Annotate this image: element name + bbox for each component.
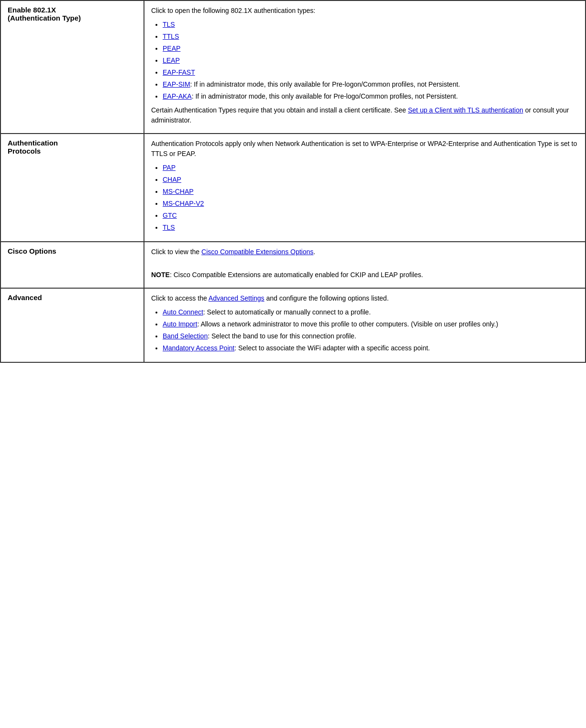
list-item: PEAP (163, 44, 578, 54)
link-ms-chap-v2[interactable]: MS-CHAP-V2 (163, 200, 204, 207)
link-eap-aka[interactable]: EAP-AKA (163, 92, 192, 100)
row-enable-8021x: Enable 802.1X(Authentication Type) Click… (0, 0, 586, 134)
list-item: EAP-FAST (163, 67, 578, 78)
list-item: TLS (163, 223, 578, 233)
left-cell-advanced: Advanced (0, 288, 144, 362)
right-cell-enable-8021x: Click to open the following 802.1X authe… (144, 0, 586, 134)
link-leap[interactable]: LEAP (163, 56, 180, 64)
left-cell-auth-protocols: AuthenticationProtocols (0, 134, 144, 242)
left-cell-enable-8021x: Enable 802.1X(Authentication Type) (0, 0, 144, 134)
link-tls-setup[interactable]: Set up a Client with TLS authentication (408, 106, 523, 114)
list-item: Auto Import: Allows a network administra… (163, 319, 578, 329)
list-item: Auto Connect: Select to automatically or… (163, 307, 578, 317)
link-tls-proto[interactable]: TLS (163, 224, 175, 231)
list-item: EAP-AKA: If in administrator mode, this … (163, 91, 578, 101)
link-cisco-compatible[interactable]: Cisco Compatible Extensions Options (201, 248, 313, 256)
right-cell-auth-protocols: Authentication Protocols apply only when… (144, 134, 586, 242)
link-tls[interactable]: TLS (163, 21, 175, 28)
link-pap[interactable]: PAP (163, 164, 176, 171)
advanced-list: Auto Connect: Select to automatically or… (163, 307, 578, 353)
list-item: MS-CHAP (163, 187, 578, 197)
list-item: MS-CHAP-V2 (163, 199, 578, 209)
enable-8021x-footer: Certain Authentication Types require tha… (151, 105, 578, 125)
link-gtc[interactable]: GTC (163, 212, 177, 219)
list-item: EAP-SIM: If in administrator mode, this … (163, 79, 578, 90)
link-ttls[interactable]: TTLS (163, 33, 179, 40)
list-item: LEAP (163, 56, 578, 66)
row-title-auth-protocols: AuthenticationProtocols (8, 139, 58, 155)
link-auto-import[interactable]: Auto Import (163, 320, 197, 328)
row-cisco-options: Cisco Options Click to view the Cisco Co… (0, 242, 586, 288)
row-title-advanced: Advanced (8, 293, 42, 302)
right-cell-cisco-options: Click to view the Cisco Compatible Exten… (144, 242, 586, 288)
row-title-cisco-options: Cisco Options (8, 247, 56, 255)
link-band-selection[interactable]: Band Selection (163, 332, 208, 340)
link-ms-chap[interactable]: MS-CHAP (163, 188, 194, 195)
link-chap[interactable]: CHAP (163, 176, 181, 183)
list-item: TLS (163, 20, 578, 30)
link-advanced-settings[interactable]: Advanced Settings (209, 294, 265, 302)
list-item: GTC (163, 211, 578, 221)
cisco-options-main: Click to view the Cisco Compatible Exten… (151, 247, 578, 257)
link-auto-connect[interactable]: Auto Connect (163, 308, 203, 316)
enable-8021x-list: TLS TTLS PEAP LEAP EAP-FAST EAP-SIM: If … (163, 20, 578, 101)
advanced-intro: Click to access the Advanced Settings an… (151, 293, 578, 303)
link-eap-fast[interactable]: EAP-FAST (163, 68, 195, 76)
link-mandatory-access-point[interactable]: Mandatory Access Point (163, 344, 234, 352)
main-table: Enable 802.1X(Authentication Type) Click… (0, 0, 586, 363)
row-auth-protocols: AuthenticationProtocols Authentication P… (0, 134, 586, 242)
auth-protocols-list: PAP CHAP MS-CHAP MS-CHAP-V2 GTC TLS (163, 163, 578, 233)
link-eap-sim[interactable]: EAP-SIM (163, 80, 190, 88)
row-title-enable-8021x: Enable 802.1X(Authentication Type) (8, 6, 81, 22)
right-cell-advanced: Click to access the Advanced Settings an… (144, 288, 586, 362)
cisco-options-note: NOTE: Cisco Compatible Extensions are au… (151, 270, 578, 280)
row-advanced: Advanced Click to access the Advanced Se… (0, 288, 586, 362)
list-item: TTLS (163, 32, 578, 42)
link-peap[interactable]: PEAP (163, 45, 180, 52)
auth-protocols-intro: Authentication Protocols apply only when… (151, 139, 578, 159)
list-item: PAP (163, 163, 578, 173)
list-item: CHAP (163, 175, 578, 185)
list-item: Mandatory Access Point: Select to associ… (163, 343, 578, 353)
left-cell-cisco-options: Cisco Options (0, 242, 144, 288)
list-item: Band Selection: Select the band to use f… (163, 331, 578, 341)
enable-8021x-intro: Click to open the following 802.1X authe… (151, 6, 578, 16)
note-label: NOTE (151, 271, 170, 279)
